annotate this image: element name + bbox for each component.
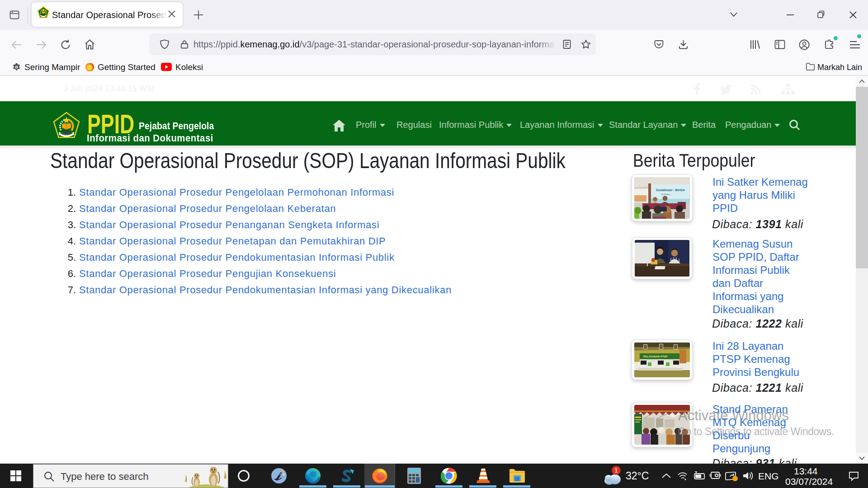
svg-text:E-Data: E-Data bbox=[661, 193, 670, 196]
svg-text:JTe: JTe bbox=[279, 472, 285, 476]
svg-text:PELAYANAN PTSP: PELAYANAN PTSP bbox=[643, 355, 668, 358]
svg-text:1: 1 bbox=[614, 467, 618, 474]
svg-text:Sosialisasi - Bintek: Sosialisasi - Bintek bbox=[656, 188, 685, 192]
